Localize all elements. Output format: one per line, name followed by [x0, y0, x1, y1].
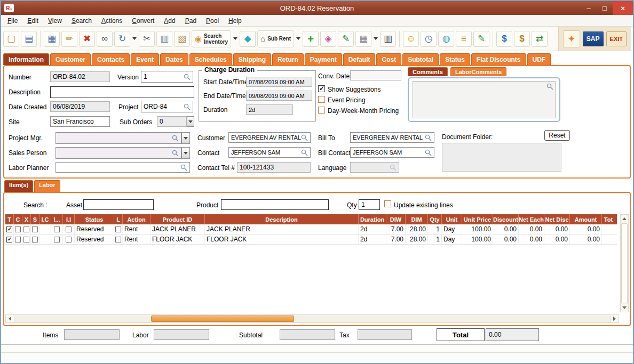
items-total-field[interactable] — [64, 329, 120, 340]
cell-discount[interactable]: 0.00 — [493, 234, 519, 244]
row-x-checkbox[interactable] — [23, 237, 29, 242]
scroll-down-button[interactable] — [621, 304, 628, 312]
cell-idots[interactable] — [51, 224, 63, 234]
col-tot[interactable]: Tot — [602, 214, 615, 224]
labor-total-field[interactable] — [154, 329, 209, 340]
cell-diw[interactable]: 7.00 — [386, 224, 406, 234]
cell-net-disc[interactable]: 0.00 — [544, 224, 570, 234]
cell-select[interactable] — [5, 224, 14, 234]
row-l-checkbox[interactable] — [115, 227, 121, 232]
sales-person-lookup-icon[interactable] — [172, 150, 179, 157]
menu-help[interactable]: Help — [228, 17, 242, 25]
row-s-checkbox[interactable] — [32, 237, 38, 242]
edit-list-button[interactable]: ✎ — [473, 31, 489, 47]
table-row[interactable]: Reserved Rent JACK PLANER JACK PLANER 2d… — [5, 224, 617, 234]
convert-button[interactable]: ↻ — [114, 31, 130, 47]
project-lookup-icon[interactable] — [184, 103, 191, 110]
cell-unit[interactable]: Day — [442, 224, 462, 234]
calendar-dropdown-arrow-icon[interactable] — [373, 31, 378, 47]
tab-dates[interactable]: Dates — [160, 53, 188, 65]
cell-discount[interactable]: 0.00 — [493, 224, 519, 234]
col-unit[interactable]: Unit — [442, 214, 462, 224]
cell-s[interactable] — [31, 234, 39, 244]
cell-status[interactable]: Reserved — [75, 234, 114, 244]
tab-schedules[interactable]: Schedules — [189, 53, 232, 65]
tab-shipping[interactable]: Shipping — [233, 53, 271, 65]
cell-select[interactable] — [5, 234, 14, 244]
start-datetime-field[interactable]: 07/08/2019 09:00 AM — [246, 77, 312, 87]
cell-diw[interactable]: 7.00 — [386, 234, 406, 244]
day-week-month-checkbox[interactable] — [318, 107, 325, 114]
tax-field[interactable] — [358, 329, 412, 340]
cell-net-each[interactable]: 0.00 — [519, 234, 544, 244]
tab-customer[interactable]: Customer — [50, 53, 91, 65]
cell-qty[interactable]: 1 — [428, 224, 442, 234]
col-duration[interactable]: Duration — [359, 214, 386, 224]
tab-udf[interactable]: UDF — [527, 53, 551, 65]
copy-button[interactable]: ▥ — [156, 31, 172, 47]
tab-labor-comments[interactable]: LaborComments — [450, 67, 506, 76]
customer-lookup-icon[interactable] — [301, 134, 308, 141]
tab-return[interactable]: Return — [272, 53, 304, 65]
comments-lookup-icon[interactable] — [545, 82, 555, 118]
row-c-checkbox[interactable] — [15, 237, 21, 242]
cell-tot[interactable] — [602, 234, 615, 244]
cell-dim[interactable]: 28.00 — [406, 224, 428, 234]
col-action[interactable]: Action — [123, 214, 150, 224]
labor-planner-lookup-icon[interactable] — [180, 164, 187, 171]
exit-button[interactable]: EXIT — [606, 31, 627, 46]
scroll-left-button[interactable] — [6, 315, 14, 322]
menu-pad[interactable]: Pad — [185, 17, 196, 25]
cell-unit-price[interactable]: 100.00 — [462, 234, 493, 244]
tab-default[interactable]: Default — [343, 53, 376, 65]
cell-description[interactable]: FLOOR JACK — [205, 234, 359, 244]
print-button[interactable]: ▤ — [21, 31, 37, 47]
document-folder-box[interactable] — [442, 143, 561, 172]
convert-dropdown-arrow-icon[interactable] — [132, 31, 137, 47]
col-idots[interactable]: I... — [51, 214, 63, 224]
conv-date-field[interactable] — [350, 70, 401, 80]
sales-person-field[interactable] — [56, 147, 181, 159]
col-dim[interactable]: DIM — [406, 214, 428, 224]
col-unit-price[interactable]: Unit Price — [462, 214, 493, 224]
cut-button[interactable]: ✂ — [139, 31, 155, 47]
col-x[interactable]: X — [22, 214, 31, 224]
sub-orders-dropdown-button[interactable] — [187, 116, 194, 127]
cell-description[interactable]: JACK PLANER — [205, 224, 359, 234]
row-ii-checkbox[interactable] — [66, 227, 72, 232]
col-net-each[interactable]: Net Each — [519, 214, 544, 224]
tab-items[interactable]: Item(s) — [4, 180, 33, 192]
tab-comments[interactable]: Comments — [408, 67, 448, 76]
scroll-up-button[interactable] — [621, 215, 628, 223]
items-horizontal-scrollbar[interactable] — [5, 314, 619, 323]
cell-ii[interactable] — [63, 224, 75, 234]
tab-event[interactable]: Event — [131, 53, 159, 65]
col-diw[interactable]: DIW — [386, 214, 406, 224]
bill-to-field[interactable]: EVERGREEN AV RENTAL — [350, 132, 434, 143]
col-discount[interactable]: Discount — [493, 214, 519, 224]
tab-information[interactable]: Information — [3, 53, 49, 65]
edit-button[interactable]: ✏ — [61, 31, 77, 47]
search-inventory-dropdown-arrow-icon[interactable] — [233, 31, 238, 47]
sap-button[interactable]: SAP — [583, 31, 604, 46]
cell-net-disc[interactable]: 0.00 — [544, 234, 570, 244]
cell-product-id[interactable]: JACK PLANER — [150, 224, 205, 234]
close-button[interactable]: × — [613, 1, 633, 15]
search-inventory-button[interactable]: ◉ SearchInventory — [192, 30, 231, 47]
cell-product-id[interactable]: FLOOR JACK — [150, 234, 205, 244]
bill-to-lookup-icon[interactable] — [425, 134, 432, 141]
cell-unit[interactable]: Day — [442, 234, 462, 244]
update-existing-lines-checkbox[interactable] — [384, 200, 391, 207]
number-field[interactable]: ORD-84.02 — [50, 71, 110, 82]
menu-pool[interactable]: Pool — [206, 17, 219, 25]
contact-lookup-icon[interactable] — [301, 149, 308, 156]
project-field[interactable]: ORD-84 — [141, 101, 193, 112]
cell-x[interactable] — [22, 234, 31, 244]
crew-button[interactable]: ☺ — [403, 31, 419, 47]
row-i-checkbox[interactable] — [54, 237, 60, 242]
menu-edit[interactable]: Edit — [27, 17, 38, 25]
project-mgr-dropdown-button[interactable] — [181, 132, 190, 144]
col-amount[interactable]: Amount — [570, 214, 602, 224]
row-c-checkbox[interactable] — [15, 227, 21, 232]
shapes-button[interactable]: ◆ — [240, 31, 256, 47]
